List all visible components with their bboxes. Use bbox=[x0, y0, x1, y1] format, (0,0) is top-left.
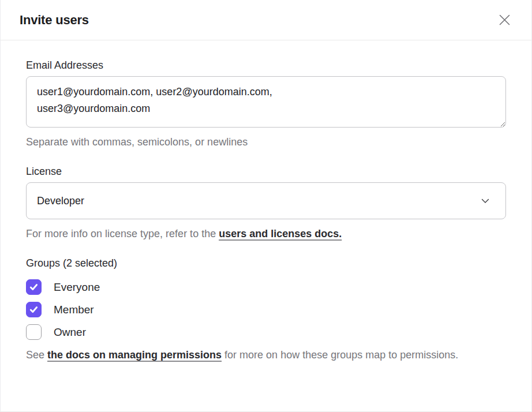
checkbox-owner[interactable] bbox=[26, 324, 42, 340]
license-helper-text: For more info on license type, refer to … bbox=[26, 227, 506, 241]
close-icon bbox=[497, 13, 512, 27]
modal-title: Invite users bbox=[20, 13, 89, 28]
modal-body: Email Addresses user1@yourdomain.com, us… bbox=[1, 40, 531, 411]
group-option-owner[interactable]: Owner bbox=[26, 324, 506, 340]
group-option-label-everyone: Everyone bbox=[54, 281, 100, 294]
close-button[interactable] bbox=[495, 10, 514, 29]
groups-field-group: Groups (2 selected) Everyone Member bbox=[26, 257, 506, 364]
email-helper-text: Separate with commas, semicolons, or new… bbox=[26, 135, 506, 149]
users-and-licenses-docs-link[interactable]: users and licenses docs. bbox=[219, 228, 342, 239]
groups-note-prefix: See bbox=[26, 349, 47, 361]
license-selected-value: Developer bbox=[37, 195, 84, 207]
license-helper-prefix: For more info on license type, refer to … bbox=[26, 228, 219, 239]
chevron-down-icon bbox=[481, 196, 490, 205]
email-input[interactable]: user1@yourdomain.com, user2@yourdomain.c… bbox=[26, 76, 506, 128]
modal-header: Invite users bbox=[1, 0, 531, 40]
group-option-member[interactable]: Member bbox=[26, 302, 506, 317]
license-label: License bbox=[26, 166, 506, 178]
check-icon bbox=[29, 282, 39, 292]
groups-note-text: See the docs on managing permissions for… bbox=[26, 347, 506, 364]
groups-note-suffix: for more on how these groups map to perm… bbox=[222, 349, 458, 361]
managing-permissions-docs-link[interactable]: the docs on managing permissions bbox=[47, 349, 222, 361]
email-label: Email Addresses bbox=[26, 59, 506, 72]
license-field-group: License Developer For more info on licen… bbox=[26, 166, 506, 241]
groups-label: Groups (2 selected) bbox=[26, 257, 506, 269]
group-option-label-owner: Owner bbox=[54, 326, 86, 339]
group-option-label-member: Member bbox=[54, 304, 94, 316]
email-field-group: Email Addresses user1@yourdomain.com, us… bbox=[26, 59, 506, 149]
invite-users-modal: Invite users Email Addresses user1@yourd… bbox=[0, 0, 532, 412]
check-icon bbox=[29, 305, 39, 314]
checkbox-everyone[interactable] bbox=[26, 279, 42, 295]
checkbox-member[interactable] bbox=[26, 302, 42, 317]
group-option-everyone[interactable]: Everyone bbox=[26, 279, 506, 295]
license-select[interactable]: Developer bbox=[26, 182, 506, 219]
